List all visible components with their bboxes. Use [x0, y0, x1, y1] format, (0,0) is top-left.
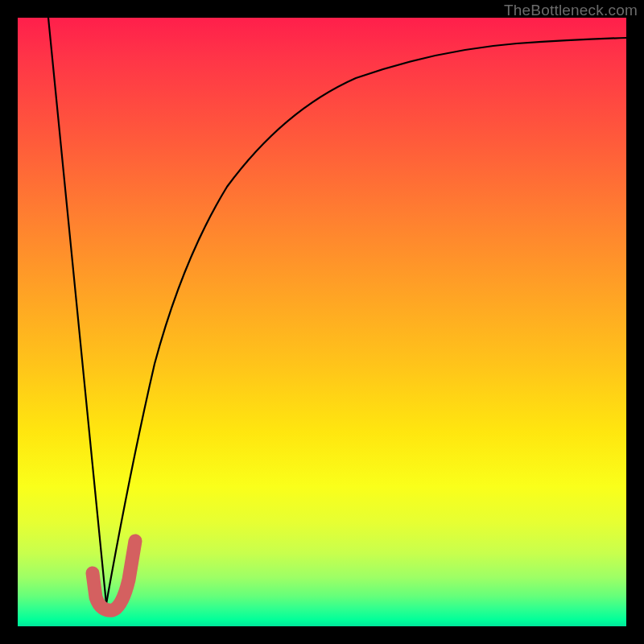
chart-frame: TheBottleneck.com: [0, 0, 644, 644]
left-branch-line: [48, 18, 106, 604]
plot-area: [18, 18, 626, 626]
marker-j: [93, 541, 135, 610]
curves-svg: [18, 18, 626, 626]
right-branch-line: [106, 38, 626, 604]
attribution-text: TheBottleneck.com: [504, 2, 638, 19]
